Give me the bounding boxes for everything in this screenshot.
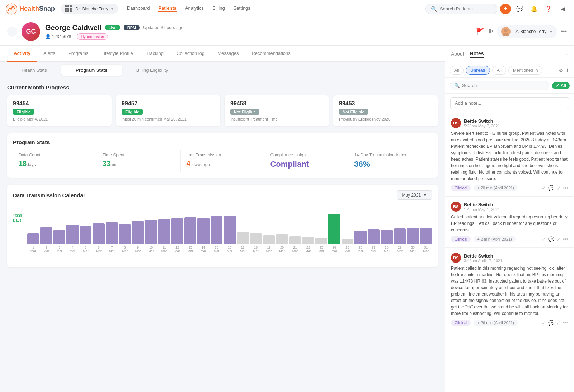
filter-icon[interactable]: ⚙ xyxy=(559,67,563,73)
stat-label-2: Time Spent xyxy=(103,152,175,157)
help-icon[interactable]: ❓ xyxy=(543,4,554,14)
nav-dashboard[interactable]: Dashboard xyxy=(127,5,150,12)
comment-icon-1[interactable]: 💬 xyxy=(548,185,554,191)
filter-unread[interactable]: Unread xyxy=(466,66,490,75)
bell-icon[interactable]: 🔔 xyxy=(529,4,540,14)
stat-label-5: 14-Day Transmission Index xyxy=(354,152,426,157)
note-tag-clinical-3: Clinical xyxy=(451,320,471,326)
doctor-info-badge[interactable]: Dr. Blanche Terry ▼ xyxy=(497,25,557,38)
check-icon-1[interactable]: ✓ xyxy=(542,185,546,191)
card-id-4: 99453 xyxy=(339,100,432,107)
bar-label: 20Mar xyxy=(279,246,285,253)
chat-icon[interactable]: 💬 xyxy=(514,4,525,14)
eye-icon[interactable]: 👁 xyxy=(488,28,493,35)
tab-messages[interactable]: Messages xyxy=(211,46,245,62)
progress-card-2: 99457 Eligible Initial 20 min confirmed … xyxy=(116,95,220,126)
chevron-down-icon: ▼ xyxy=(110,7,114,11)
bar-item: 30Mar xyxy=(407,228,419,253)
tab-about[interactable]: About xyxy=(451,51,464,57)
note-tag-clinical-2: Clinical xyxy=(451,236,471,242)
bar-label: 1Mar xyxy=(30,246,36,253)
bar-item: 2Mar xyxy=(40,227,52,253)
bar-item: 5Mar xyxy=(80,226,91,253)
tabs-bar: Activity Alerts Programs Lifestyle Profi… xyxy=(0,46,445,62)
note-author-2: Bettie Switch xyxy=(464,202,500,207)
bar-label: 22Mar xyxy=(305,246,311,253)
more-icon-3[interactable]: ••• xyxy=(563,320,568,326)
flag-icon[interactable]: 🚩 xyxy=(476,28,484,36)
notes-filter-row: All Unread All Mentioned In ⚙ ⬇ xyxy=(445,63,574,78)
right-panel: About Notes → All Unread All Mentioned I… xyxy=(445,46,574,392)
doctor-chevron-icon: ▼ xyxy=(549,30,553,34)
stat-label-4: Compliance Insight xyxy=(270,152,342,157)
filter-all-2[interactable]: All xyxy=(492,66,506,75)
bar-item: 7Mar xyxy=(106,222,118,253)
calendar-title: Data Transmission Calendar xyxy=(13,192,85,198)
bar-label: 25Mar xyxy=(345,246,350,253)
expand-icon[interactable]: → xyxy=(564,52,568,57)
doctor-badge[interactable]: Dr. Blanche Terry ▼ xyxy=(61,4,118,14)
back-button[interactable]: ← xyxy=(7,27,17,37)
note-time-2: 1:45pm May 1, 2021 xyxy=(464,207,500,212)
tab-recommendations[interactable]: Recommendations xyxy=(245,46,297,62)
filter-mentioned[interactable]: Mentioned In xyxy=(508,66,542,75)
bar-item: 10Mar xyxy=(145,220,157,253)
bar-label: 28Mar xyxy=(384,246,390,253)
search-input[interactable] xyxy=(440,6,492,11)
tab-notes[interactable]: Notes xyxy=(470,51,484,58)
search-icon: 🔍 xyxy=(431,6,437,12)
more-options-icon[interactable]: ••• xyxy=(561,28,567,35)
bar-label: 7Mar xyxy=(109,246,115,253)
stat-value-2: 33min xyxy=(103,160,175,168)
note-tags-1: Clinical + 20 min (April 2021) ✓ 💬 ⤢ ••• xyxy=(451,185,568,191)
nav-patients[interactable]: Patients xyxy=(158,5,177,12)
search-box[interactable]: 🔍 xyxy=(425,4,497,14)
add-button[interactable]: + xyxy=(500,4,511,14)
note-avatar-1: BS xyxy=(451,118,461,128)
bar-label: 3Mar xyxy=(57,246,62,253)
tab-collection[interactable]: Collection log xyxy=(170,46,211,62)
bar-label: 24Mar xyxy=(331,246,337,253)
bar-item: 1Mar xyxy=(27,233,39,253)
nav-analytics[interactable]: Analytics xyxy=(185,5,204,12)
check-icon-2[interactable]: ✓ xyxy=(542,236,546,242)
sub-tab-program[interactable]: Program Stats xyxy=(61,65,122,76)
more-icon-2[interactable]: ••• xyxy=(563,236,568,242)
expand-icon-1[interactable]: ⤢ xyxy=(556,185,561,191)
card-id-3: 99458 xyxy=(230,100,323,107)
notes-search[interactable]: 🔍 xyxy=(450,81,549,90)
patient-header: ← GC George Caldwell Live RPM Updated 3 … xyxy=(0,18,574,46)
search-icon-notes: 🔍 xyxy=(454,83,460,88)
download-icon[interactable]: ⬇ xyxy=(565,67,570,73)
program-stats-title: Program Stats xyxy=(13,139,432,145)
comment-icon-3[interactable]: 💬 xyxy=(548,320,554,326)
nav-settings[interactable]: Settings xyxy=(234,5,250,12)
all-badge[interactable]: ✓ All xyxy=(552,82,570,89)
check-icon-3[interactable]: ✓ xyxy=(542,320,546,326)
stat-time-spent: Time Spent 33min xyxy=(97,150,181,172)
more-icon-1[interactable]: ••• xyxy=(563,185,568,191)
tab-programs[interactable]: Programs xyxy=(62,46,95,62)
tab-alerts[interactable]: Alerts xyxy=(37,46,62,62)
bar-label: 12Mar xyxy=(174,246,180,253)
arrow-icon[interactable]: ◀ xyxy=(557,4,568,14)
tab-activity[interactable]: Activity xyxy=(7,46,37,62)
notes-search-input[interactable] xyxy=(462,83,545,88)
tab-lifestyle[interactable]: Lifestyle Profile xyxy=(95,46,140,62)
add-note-input[interactable] xyxy=(450,97,569,109)
bar-label: 4Mar xyxy=(70,246,75,253)
sub-tab-billing[interactable]: Billing Eligibility xyxy=(122,65,183,76)
comment-icon-2[interactable]: 💬 xyxy=(548,236,554,242)
stat-last-transmission: Last Transmission 4 days ago xyxy=(181,150,265,172)
bar-label: 10Mar xyxy=(148,246,154,253)
filter-all-1[interactable]: All xyxy=(450,66,464,75)
sub-tab-health[interactable]: Health Stats xyxy=(7,65,61,76)
tab-tracking[interactable]: Tracking xyxy=(140,46,170,62)
expand-icon-3[interactable]: ⤢ xyxy=(556,320,561,326)
condition-tag: Hypertension xyxy=(77,33,108,40)
nav-billing[interactable]: Billing xyxy=(212,5,225,12)
live-badge: Live xyxy=(105,25,120,30)
not-eligible-badge-1: Not Eligible xyxy=(230,109,259,115)
month-select[interactable]: May 2021 ▼ xyxy=(397,190,432,200)
expand-icon-2[interactable]: ⤢ xyxy=(556,236,561,242)
